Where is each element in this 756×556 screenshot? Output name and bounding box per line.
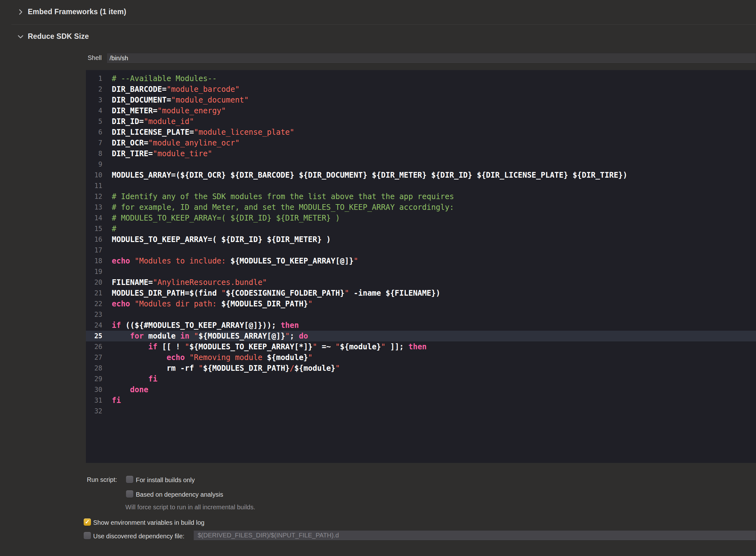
code-line[interactable]: 8DIR_TIRE="module_tire"	[86, 148, 756, 159]
line-number: 32	[86, 406, 102, 417]
line-number: 9	[86, 159, 102, 170]
code-line[interactable]: 3DIR_DOCUMENT="module_document"	[86, 95, 756, 105]
chevron-down-icon[interactable]	[17, 33, 24, 40]
phase-header-reduce-sdk-size[interactable]: Reduce SDK Size	[0, 32, 756, 41]
shell-input[interactable]	[107, 53, 756, 63]
code-line[interactable]: 24if ((${#MODULES_TO_KEEP_ARRAY[@]})); t…	[86, 320, 756, 331]
code-text	[102, 159, 112, 170]
line-number: 19	[86, 266, 102, 277]
line-number: 13	[86, 202, 102, 213]
line-number: 11	[86, 180, 102, 191]
code-text: DIR_LICENSE_PLATE="module_license_plate"	[102, 127, 294, 138]
code-line[interactable]: 11	[86, 180, 756, 191]
code-text: DIR_DOCUMENT="module_document"	[102, 95, 249, 105]
code-line[interactable]: 14# MODULES_TO_KEEP_ARRAY=( ${DIR_ID} ${…	[86, 213, 756, 223]
code-text: DIR_METER="module_energy"	[102, 105, 226, 116]
line-number: 30	[86, 384, 102, 395]
line-number: 12	[86, 191, 102, 202]
incremental-builds-note: Will force script to run in all incremen…	[125, 503, 255, 511]
code-text: #	[102, 223, 116, 234]
code-line[interactable]: 6DIR_LICENSE_PLATE="module_license_plate…	[86, 127, 756, 138]
show-environment-variables-label: Show environment variables in build log	[93, 519, 204, 526]
code-text: fi	[102, 374, 158, 384]
code-line[interactable]: 27 echo "Removing module ${module}"	[86, 352, 756, 363]
code-line[interactable]: 5DIR_ID="module_id"	[86, 116, 756, 127]
line-number: 26	[86, 341, 102, 352]
code-text: echo "Removing module ${module}"	[102, 352, 313, 363]
code-text: FILENAME="AnylineResources.bundle"	[102, 277, 267, 288]
line-number: 10	[86, 170, 102, 180]
code-text: DIR_OCR="module_anyline_ocr"	[102, 138, 240, 148]
code-text	[102, 266, 112, 277]
line-number: 23	[86, 309, 102, 320]
checkbox-for-install-builds-only[interactable]: ✓	[126, 476, 133, 483]
line-number: 16	[86, 234, 102, 245]
line-number: 28	[86, 363, 102, 374]
checkbox-show-environment-variables[interactable]: ✓	[84, 518, 91, 526]
phase-header-embed-frameworks[interactable]: Embed Frameworks (1 item)	[0, 8, 756, 16]
code-text: MODULES_DIR_PATH=$(find "${CODESIGNING_F…	[102, 288, 440, 299]
code-line[interactable]: 22echo "Modules dir path: ${MODULES_DIR_…	[86, 299, 756, 309]
code-text	[102, 180, 112, 191]
code-line[interactable]: 31fi	[86, 395, 756, 406]
chevron-right-icon[interactable]	[17, 8, 24, 15]
phase-title-reduce-sdk-size: Reduce SDK Size	[28, 32, 89, 41]
code-line[interactable]: 12# Identify any of the SDK modules from…	[86, 191, 756, 202]
line-number: 1	[86, 73, 102, 84]
line-number: 27	[86, 352, 102, 363]
code-line[interactable]: 1# --Available Modules--	[86, 73, 756, 84]
code-line[interactable]: 4DIR_METER="module_energy"	[86, 105, 756, 116]
script-editor[interactable]: 1# --Available Modules--2DIR_BARCODE="mo…	[86, 70, 756, 463]
code-line[interactable]: 20FILENAME="AnylineResources.bundle"	[86, 277, 756, 288]
code-line[interactable]: 2DIR_BARCODE="module_barcode"	[86, 84, 756, 95]
for-install-builds-only-label: For install builds only	[136, 477, 195, 484]
code-line[interactable]: 16MODULES_TO_KEEP_ARRAY=( ${DIR_ID} ${DI…	[86, 234, 756, 245]
code-text: rm -rf "${MODULES_DIR_PATH}/${module}"	[102, 363, 340, 374]
line-number: 20	[86, 277, 102, 288]
line-number: 8	[86, 148, 102, 159]
code-line[interactable]: 29 fi	[86, 374, 756, 384]
line-number: 6	[86, 127, 102, 138]
line-number: 5	[86, 116, 102, 127]
checkbox-based-on-dependency-analysis[interactable]: ✓	[126, 490, 133, 498]
line-number: 14	[86, 213, 102, 223]
code-line[interactable]: 7DIR_OCR="module_anyline_ocr"	[86, 138, 756, 148]
section-divider	[11, 24, 756, 25]
code-text: fi	[102, 395, 121, 406]
code-line[interactable]: 13# for example, ID and Meter, and set t…	[86, 202, 756, 213]
checkmark-icon: ✓	[84, 518, 91, 526]
line-number: 15	[86, 223, 102, 234]
code-text	[102, 309, 112, 320]
run-script-label: Run script:	[87, 476, 117, 483]
code-text: DIR_TIRE="module_tire"	[102, 148, 212, 159]
code-line[interactable]: 32	[86, 406, 756, 417]
code-line[interactable]: 15#	[86, 223, 756, 234]
checkbox-use-discovered-dependency-file[interactable]: ✓	[84, 532, 91, 539]
code-line[interactable]: 25 for module in "${MODULES_ARRAY[@]}"; …	[86, 331, 756, 341]
code-line[interactable]: 18echo "Modules to include: ${MODULES_TO…	[86, 255, 756, 266]
code-text: DIR_BARCODE="module_barcode"	[102, 84, 240, 95]
line-number: 25	[86, 331, 102, 341]
code-line[interactable]: 17	[86, 245, 756, 255]
dependency-file-input[interactable]	[194, 530, 756, 540]
code-text	[102, 406, 112, 417]
use-discovered-dependency-file-label: Use discovered dependency file:	[93, 533, 185, 540]
code-line[interactable]: 23	[86, 309, 756, 320]
code-text: MODULES_TO_KEEP_ARRAY=( ${DIR_ID} ${DIR_…	[102, 234, 331, 245]
line-number: 24	[86, 320, 102, 331]
shell-label: Shell	[86, 54, 102, 62]
line-number: 4	[86, 105, 102, 116]
code-text: MODULES_ARRAY=(${DIR_OCR} ${DIR_BARCODE}…	[102, 170, 627, 180]
line-number: 2	[86, 84, 102, 95]
code-text: if ((${#MODULES_TO_KEEP_ARRAY[@]})); the…	[102, 320, 299, 331]
code-line[interactable]: 21MODULES_DIR_PATH=$(find "${CODESIGNING…	[86, 288, 756, 299]
code-line[interactable]: 28 rm -rf "${MODULES_DIR_PATH}/${module}…	[86, 363, 756, 374]
code-line[interactable]: 26 if [[ ! "${MODULES_TO_KEEP_ARRAY[*]}"…	[86, 341, 756, 352]
code-line[interactable]: 30 done	[86, 384, 756, 395]
line-number: 22	[86, 299, 102, 309]
code-line[interactable]: 10MODULES_ARRAY=(${DIR_OCR} ${DIR_BARCOD…	[86, 170, 756, 180]
line-number: 18	[86, 255, 102, 266]
code-line[interactable]: 19	[86, 266, 756, 277]
code-text	[102, 245, 112, 255]
code-line[interactable]: 9	[86, 159, 756, 170]
